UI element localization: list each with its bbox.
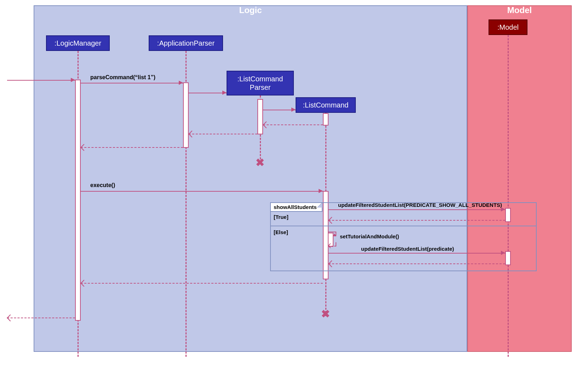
participant-application-parser: :ApplicationParser (149, 35, 223, 51)
participant-label-line2: Parser (250, 83, 271, 92)
return-update-pred (329, 263, 505, 264)
guard-else: [Else] (274, 229, 288, 235)
arrowhead-parse-command (179, 81, 183, 85)
return-lcp-ap (189, 134, 257, 134)
self-call-top (329, 232, 336, 232)
logic-frame-header: Logic (34, 5, 467, 20)
arrowhead-create-lc (291, 108, 296, 112)
arrow-update-all (329, 209, 505, 210)
participant-label-line1: :ListCommand (238, 75, 283, 83)
arrow-create-lcp (189, 93, 227, 93)
participant-label: :Model (497, 23, 519, 31)
model-frame-header: Model (467, 5, 572, 20)
arrowhead-found (71, 78, 75, 82)
participant-label: :ListCommand (303, 101, 349, 109)
fragment-name: showAllStudents (274, 204, 317, 210)
activation-logic-manager (75, 80, 81, 321)
return-out (7, 318, 75, 318)
arrow-create-lc (263, 110, 296, 110)
sequence-diagram: Logic Model :LogicManager :ApplicationPa… (0, 0, 588, 366)
participant-list-command-parser: :ListCommand Parser (227, 71, 294, 95)
participant-logic-manager: :LogicManager (46, 35, 110, 51)
arrowhead-update-pred (501, 251, 505, 255)
participant-model: :Model (489, 19, 527, 35)
msg-update-all: updateFilteredStudentList(PREDICATE_SHOW… (338, 202, 502, 208)
activation-application-parser (183, 82, 189, 148)
participant-list-command: :ListCommand (296, 97, 356, 113)
return-lc-lcp (263, 124, 323, 125)
destroy-lcp: ✖ (256, 156, 264, 169)
msg-update-pred: updateFilteredStudentList(predicate) (361, 246, 454, 252)
destroy-lc: ✖ (321, 308, 330, 320)
arrowhead-execute (319, 189, 323, 193)
fragment-label: showAllStudents (270, 202, 322, 212)
arrowhead-update-all (501, 207, 505, 211)
guard-true: [True] (274, 214, 289, 220)
arrow-parse-command (81, 83, 183, 83)
arrowhead-create-lcp (222, 91, 227, 95)
return-update-all (329, 220, 505, 221)
participant-label: :ApplicationParser (157, 39, 215, 47)
return-execute (81, 283, 323, 284)
return-ap-lm (81, 147, 183, 148)
self-return-side (336, 242, 336, 246)
arrow-found (7, 80, 75, 81)
activation-list-command-parser (257, 99, 263, 134)
msg-parse-command: parseCommand(“list 1”) (90, 74, 155, 81)
participant-label: :LogicManager (55, 39, 101, 47)
arrow-update-pred (329, 253, 505, 254)
logic-frame (34, 5, 467, 352)
model-frame (467, 5, 572, 352)
lifeline-model (508, 35, 509, 357)
fragment-showallstudents (270, 202, 537, 271)
return-out-head (7, 314, 14, 321)
msg-execute: execute() (90, 182, 115, 188)
fragment-divider (270, 226, 537, 226)
activation-list-command-1 (323, 113, 329, 126)
arrow-execute (81, 191, 323, 192)
msg-set-tutorial: setTutorialAndModule() (340, 233, 399, 239)
